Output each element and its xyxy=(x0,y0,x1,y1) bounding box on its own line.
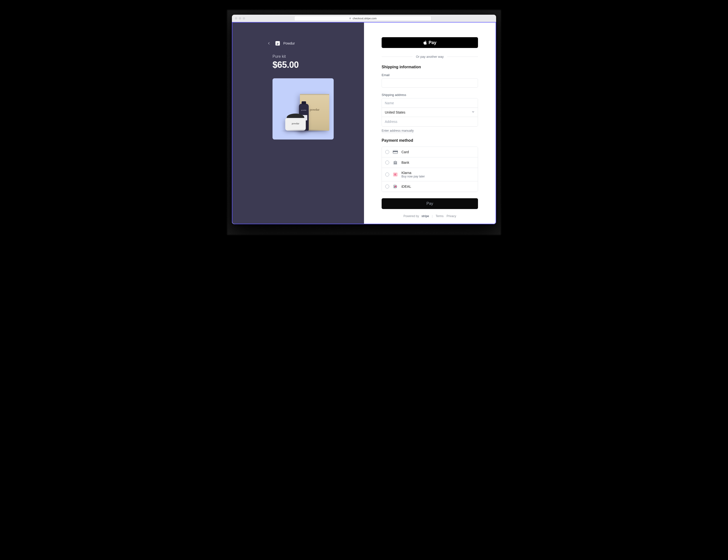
product-jar-illustration: powdur xyxy=(285,114,306,131)
footer-separator: | xyxy=(432,214,433,218)
product-image: powdur powdur powdur xyxy=(273,78,334,140)
card-icon xyxy=(392,150,398,154)
country-value: United States xyxy=(385,110,405,114)
checkout-footer: Powered by stripe | Terms Privacy xyxy=(381,214,478,218)
ideal-icon xyxy=(392,184,398,189)
email-label: Email xyxy=(381,73,478,77)
shipping-address-label: Shipping address xyxy=(381,93,478,97)
svg-point-4 xyxy=(394,186,395,186)
lock-icon xyxy=(349,17,351,19)
pm-option-ideal[interactable]: iDEAL xyxy=(382,181,478,192)
apple-icon xyxy=(423,40,427,45)
pm-label: Klarna xyxy=(401,171,425,175)
svg-rect-2 xyxy=(350,18,351,19)
pm-label: iDEAL xyxy=(401,185,411,188)
stripe-logo-text: stripe xyxy=(421,214,429,218)
traffic-min[interactable] xyxy=(239,17,241,20)
pm-label: Bank xyxy=(401,161,409,164)
pm-option-klarna[interactable]: K Klarna Buy now pay later xyxy=(382,168,478,181)
terms-link[interactable]: Terms xyxy=(436,214,444,218)
product-title: Pure kit xyxy=(273,54,349,59)
browser-window: checkout.stripe.com p Powdur Pure kit $6… xyxy=(232,15,496,224)
radio-icon xyxy=(385,161,389,164)
address-field[interactable] xyxy=(382,117,478,126)
url-bar[interactable]: checkout.stripe.com xyxy=(294,16,431,21)
merchant-name: Powdur xyxy=(283,41,295,45)
url-text: checkout.stripe.com xyxy=(353,17,377,20)
express-divider: Or pay another way xyxy=(381,55,478,58)
checkout-viewport: p Powdur Pure kit $65.00 powdur powdur xyxy=(232,22,496,224)
jar-label-text: powdur xyxy=(292,122,300,125)
tube-label-text: powdur xyxy=(299,109,309,111)
manual-address-link[interactable]: Enter address manually xyxy=(381,129,414,133)
klarna-icon: K xyxy=(392,172,398,177)
apple-pay-button[interactable]: Pay xyxy=(381,37,478,48)
shipping-heading: Shipping information xyxy=(381,65,478,69)
order-summary-pane: p Powdur Pure kit $65.00 powdur powdur xyxy=(232,23,364,224)
pay-button[interactable]: Pay xyxy=(381,198,478,209)
pay-button-label: Pay xyxy=(426,201,433,206)
apple-pay-label: Pay xyxy=(428,40,436,45)
traffic-close[interactable] xyxy=(235,17,237,20)
back-arrow-icon[interactable] xyxy=(266,40,272,47)
name-field[interactable] xyxy=(382,98,478,108)
pm-option-bank[interactable]: Bank xyxy=(382,157,478,168)
radio-icon xyxy=(385,173,389,176)
pm-sublabel: Buy now pay later xyxy=(401,175,425,178)
shipping-address-stack: United States xyxy=(381,98,478,127)
privacy-link[interactable]: Privacy xyxy=(446,214,456,218)
radio-icon xyxy=(385,185,389,188)
country-select[interactable]: United States xyxy=(382,108,478,117)
product-price: $65.00 xyxy=(273,60,349,70)
radio-icon xyxy=(385,150,389,154)
pm-option-card[interactable]: Card xyxy=(382,147,478,157)
chevron-down-icon xyxy=(471,110,475,114)
payment-method-list: Card Bank K Klarna Buy n xyxy=(381,147,478,192)
bank-icon xyxy=(392,160,398,165)
payment-form-pane: Pay Or pay another way Shipping informat… xyxy=(364,23,496,224)
merchant-logo: p xyxy=(276,41,280,46)
divider-text: Or pay another way xyxy=(416,55,443,58)
traffic-lights xyxy=(235,17,245,20)
browser-chrome: checkout.stripe.com xyxy=(232,15,496,22)
email-field[interactable] xyxy=(381,78,478,88)
powered-by-text: Powered by xyxy=(403,214,419,218)
payment-method-heading: Payment method xyxy=(381,138,478,143)
pm-label: Card xyxy=(401,150,409,154)
svg-rect-3 xyxy=(394,187,395,187)
traffic-max[interactable] xyxy=(243,17,245,20)
